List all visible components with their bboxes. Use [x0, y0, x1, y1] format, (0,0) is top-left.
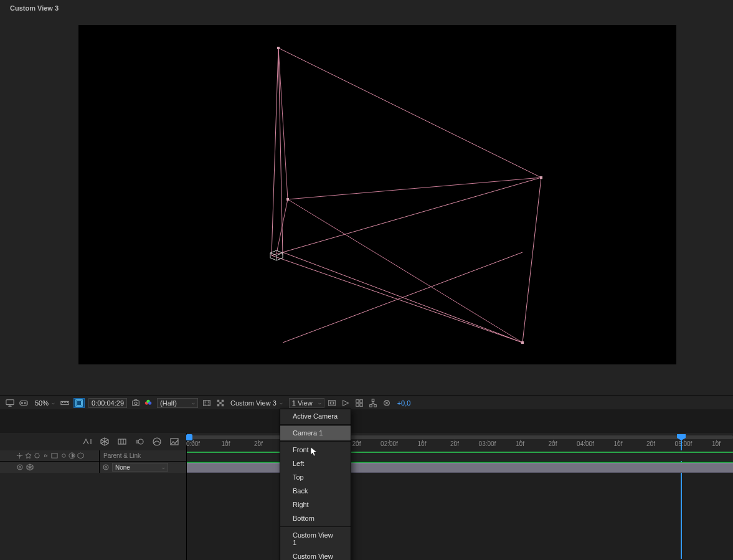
layer-row[interactable]: None⌵ — [0, 462, 733, 473]
svg-line-10 — [288, 199, 523, 343]
svg-rect-43 — [374, 404, 376, 407]
view-menu-item[interactable]: Right — [280, 498, 351, 511]
reset-exposure-icon[interactable] — [382, 398, 392, 408]
3d-switch-icon[interactable] — [77, 452, 84, 459]
svg-point-19 — [21, 402, 23, 404]
ruler-icon[interactable] — [60, 398, 70, 408]
svg-line-1 — [523, 178, 541, 343]
pixel-aspect-icon[interactable] — [327, 398, 337, 408]
roi-icon[interactable] — [202, 398, 212, 408]
svg-rect-13 — [277, 47, 280, 49]
svg-point-57 — [105, 467, 107, 468]
view-menu-item[interactable]: Camera 1 — [280, 426, 351, 440]
svg-point-55 — [19, 467, 21, 468]
svg-rect-23 — [77, 401, 82, 405]
svg-rect-32 — [219, 402, 222, 404]
svg-line-12 — [277, 199, 288, 254]
svg-rect-33 — [217, 404, 220, 406]
frame-blend-switch-icon[interactable] — [51, 452, 58, 459]
time-ruler[interactable]: 0:00f10f20f01:00f10f20f02:00f10f20f03:00… — [187, 433, 733, 450]
channels-icon[interactable] — [143, 398, 153, 408]
svg-rect-15 — [521, 341, 524, 344]
viewer-footer-bar: 50%⌵ 0:00:04:29 (Half)⌵ Custom View 3⌵ 1… — [0, 396, 733, 409]
vr-icon[interactable] — [19, 398, 29, 408]
3d-draft-icon[interactable] — [99, 436, 110, 447]
svg-point-28 — [148, 401, 151, 404]
view-menu-item[interactable]: Back — [280, 484, 351, 498]
svg-rect-30 — [217, 399, 220, 402]
pickwhip-icon[interactable] — [16, 463, 24, 471]
svg-rect-17 — [6, 399, 14, 404]
svg-point-50 — [35, 453, 39, 458]
svg-rect-51 — [52, 453, 57, 458]
preview-canvas[interactable] — [78, 25, 676, 364]
svg-point-56 — [103, 465, 108, 470]
adjustment-switch-icon[interactable] — [69, 452, 75, 459]
av-switch-icon[interactable] — [16, 452, 23, 459]
3d-layer-icon[interactable] — [26, 463, 34, 471]
svg-point-52 — [62, 454, 66, 458]
svg-rect-31 — [222, 399, 224, 402]
transparency-grid-icon[interactable] — [215, 398, 225, 408]
snapshot-icon[interactable] — [131, 398, 141, 408]
svg-point-20 — [24, 402, 26, 404]
svg-point-47 — [153, 438, 161, 445]
resolution-dropdown[interactable]: (Half)⌵ — [157, 398, 198, 408]
magnification-dropdown[interactable]: 50%⌵ — [32, 398, 57, 408]
svg-rect-16 — [286, 198, 289, 201]
svg-rect-36 — [330, 402, 333, 404]
fast-previews-icon[interactable] — [341, 398, 351, 408]
svg-line-0 — [278, 48, 541, 178]
svg-rect-42 — [369, 404, 372, 407]
fx-icon[interactable]: fx — [42, 452, 49, 459]
frame-blend-icon[interactable] — [116, 436, 128, 447]
svg-rect-40 — [360, 403, 362, 406]
view-menu-item[interactable]: Active Camera — [280, 409, 351, 423]
view-label: Custom View 3 — [10, 4, 59, 12]
3d-view-dropdown[interactable]: Custom View 3⌵ — [228, 398, 285, 408]
switches-header: fx — [0, 450, 100, 461]
svg-point-54 — [17, 465, 22, 470]
svg-point-49 — [19, 455, 21, 457]
view-menu-item[interactable]: Top — [280, 470, 351, 484]
motion-blur-switch-icon[interactable] — [60, 452, 67, 459]
svg-rect-35 — [328, 400, 335, 406]
solo-switch-icon[interactable] — [34, 452, 40, 459]
svg-line-8 — [272, 255, 523, 343]
svg-rect-24 — [133, 401, 140, 406]
view-menu-item[interactable]: Bottom — [280, 511, 351, 525]
svg-point-25 — [135, 402, 137, 404]
graph-editor-icon[interactable] — [151, 436, 163, 447]
svg-rect-39 — [356, 403, 358, 406]
svg-rect-34 — [222, 404, 224, 406]
effects-switch-icon[interactable] — [25, 452, 32, 459]
svg-rect-37 — [356, 399, 358, 402]
3d-view-popup-menu[interactable]: Active CameraCamera 1FrontLeftTopBackRig… — [280, 409, 351, 560]
view-menu-item[interactable]: Custom View 2 — [280, 549, 351, 560]
monitor-icon[interactable] — [5, 398, 15, 408]
safe-zones-toggle[interactable] — [73, 398, 85, 408]
svg-line-3 — [272, 48, 278, 255]
view-menu-item[interactable]: Front — [280, 443, 351, 457]
parent-dropdown[interactable]: None⌵ — [112, 463, 168, 472]
exposure-value[interactable]: +0,0 — [395, 399, 413, 407]
svg-point-46 — [138, 439, 143, 444]
shy-icon[interactable] — [82, 436, 93, 447]
flowchart-icon[interactable] — [368, 398, 378, 408]
svg-rect-41 — [372, 399, 374, 401]
svg-rect-45 — [118, 439, 126, 444]
parent-link-header: Parent & Link — [100, 450, 187, 461]
current-time-display[interactable]: 0:00:04:29 — [88, 398, 127, 408]
view-layout-dropdown[interactable]: 1 View⌵ — [289, 398, 324, 408]
parent-pickwhip-icon[interactable] — [102, 463, 110, 471]
motion-blur-icon[interactable] — [134, 436, 145, 447]
view-menu-item[interactable]: Left — [280, 457, 351, 470]
svg-rect-14 — [540, 176, 542, 179]
svg-rect-38 — [360, 399, 362, 402]
view-menu-item[interactable]: Custom View 1 — [280, 528, 351, 549]
timeline-icon[interactable] — [354, 398, 364, 408]
timeline-panel: 0:00f10f20f01:00f10f20f02:00f10f20f03:00… — [0, 433, 733, 560]
svg-rect-29 — [204, 400, 210, 406]
render-queue-icon[interactable] — [169, 436, 180, 447]
